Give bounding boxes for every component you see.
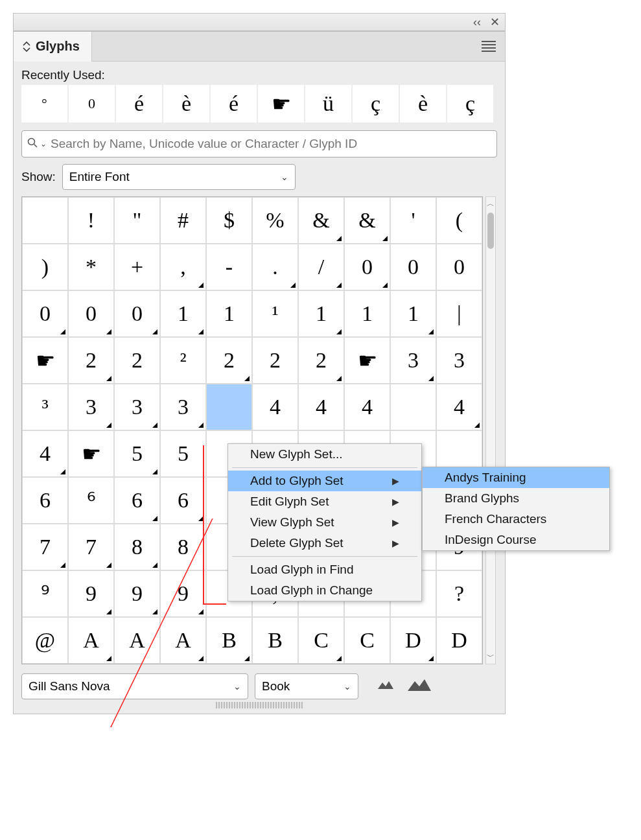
menu-item[interactable]: Delete Glyph Set▶ [228,533,421,554]
recent-glyph[interactable]: ü [305,85,351,122]
glyph-cell[interactable] [22,197,68,244]
glyph-cell[interactable]: ☛ [68,430,114,477]
glyph-cell[interactable]: 0 [22,290,68,337]
menu-item[interactable]: New Glyph Set... [228,444,421,465]
glyph-cell[interactable]: 5 [160,430,206,477]
glyph-cell[interactable]: 9 [160,570,206,617]
context-menu[interactable]: New Glyph Set...Add to Glyph Set▶Edit Gl… [227,443,422,601]
recent-glyph[interactable]: è [400,85,446,122]
recent-glyph[interactable]: ° [21,85,67,122]
glyph-cell[interactable]: 4 [436,384,482,430]
glyph-cell[interactable]: " [114,197,160,244]
glyph-cell[interactable]: * [68,244,114,290]
glyph-cell[interactable]: ! [68,197,114,244]
glyph-cell[interactable]: B [206,617,252,664]
glyph-cell[interactable]: 2 [252,337,298,384]
search-input[interactable] [49,136,491,152]
collapse-icon[interactable]: ‹‹ [473,16,481,28]
glyph-cell[interactable]: 1 [344,290,390,337]
glyph-cell[interactable]: 8 [114,524,160,570]
scroll-down-icon[interactable]: ﹀ [487,651,495,662]
search-field[interactable]: ⌄ [21,130,497,158]
close-icon[interactable]: ✕ [490,16,500,28]
glyph-cell[interactable]: 6 [114,477,160,524]
glyph-cell[interactable]: 2 [114,337,160,384]
menu-item[interactable]: Edit Glyph Set▶ [228,491,421,512]
glyph-cell[interactable]: 2 [68,337,114,384]
glyph-cell[interactable]: 4 [252,384,298,430]
glyph-cell[interactable]: ☛ [344,337,390,384]
glyph-cell[interactable]: ¹ [252,290,298,337]
scroll-up-icon[interactable]: ︿ [487,198,495,209]
glyph-cell[interactable]: 6 [22,477,68,524]
glyph-cell[interactable]: 3 [68,384,114,430]
chevron-down-icon[interactable]: ⌄ [40,139,47,148]
glyph-cell[interactable] [206,384,252,430]
submenu-item[interactable]: French Characters [423,509,609,530]
recent-glyph[interactable]: é [116,85,162,122]
glyph-cell[interactable]: , [160,244,206,290]
glyph-cell[interactable]: 7 [22,524,68,570]
glyph-cell[interactable]: ( [436,197,482,244]
glyph-cell[interactable]: @ [22,617,68,664]
glyph-cell[interactable]: A [160,617,206,664]
glyph-cell[interactable]: 4 [298,384,344,430]
recent-glyph[interactable]: ç [447,85,493,122]
font-select[interactable]: Gill Sans Nova ⌄ [21,673,248,699]
glyph-cell[interactable]: $ [206,197,252,244]
glyph-cell[interactable]: 8 [160,524,206,570]
glyph-cell[interactable]: ? [436,570,482,617]
recent-glyph[interactable]: é [211,85,257,122]
glyph-cell[interactable]: 2 [298,337,344,384]
recent-glyph[interactable]: è [163,85,209,122]
glyph-cell[interactable] [390,384,436,430]
glyph-cell[interactable]: 3 [390,337,436,384]
glyph-cell[interactable]: 9 [68,570,114,617]
glyph-cell[interactable]: B [252,617,298,664]
recent-glyph[interactable]: ç [353,85,399,122]
glyph-cell[interactable]: 7 [68,524,114,570]
glyph-cell[interactable]: 6 [160,477,206,524]
glyph-cell[interactable]: % [252,197,298,244]
glyph-cell[interactable]: ⁶ [68,477,114,524]
glyph-cell[interactable]: D [390,617,436,664]
glyph-cell[interactable]: 1 [206,290,252,337]
show-select[interactable]: Entire Font ⌄ [62,164,296,190]
glyph-cell[interactable]: & [344,197,390,244]
glyph-cell[interactable]: . [252,244,298,290]
glyph-cell[interactable]: 0 [68,290,114,337]
glyph-cell[interactable]: ☛ [22,337,68,384]
glyph-cell[interactable]: & [298,197,344,244]
glyph-cell[interactable]: 0 [390,244,436,290]
glyph-cell[interactable]: 2 [206,337,252,384]
glyph-cell[interactable]: A [114,617,160,664]
glyph-cell[interactable]: ⁹ [22,570,68,617]
glyph-cell[interactable]: ² [160,337,206,384]
glyph-cell[interactable]: - [206,244,252,290]
glyph-cell[interactable]: C [344,617,390,664]
glyph-cell[interactable]: ) [22,244,68,290]
submenu-item[interactable]: Brand Glyphs [423,488,609,509]
menu-item[interactable]: Load Glyph in Find [228,559,421,580]
glyph-cell[interactable]: ³ [22,384,68,430]
style-select[interactable]: Book ⌄ [255,673,358,699]
context-submenu[interactable]: Andys TrainingBrand GlyphsFrench Charact… [422,467,610,551]
menu-item[interactable]: Load Glyph in Change [228,580,421,601]
submenu-item[interactable]: InDesign Course [423,530,609,550]
glyph-cell[interactable]: A [68,617,114,664]
menu-item[interactable]: View Glyph Set▶ [228,512,421,533]
submenu-item[interactable]: Andys Training [423,467,609,488]
glyph-cell[interactable]: 0 [114,290,160,337]
glyph-cell[interactable]: + [114,244,160,290]
glyph-cell[interactable]: 9 [114,570,160,617]
menu-item[interactable]: Add to Glyph Set▶ [228,471,421,491]
recent-glyph[interactable]: ☛ [258,85,304,122]
scroll-thumb[interactable] [487,213,494,249]
glyph-cell[interactable]: C [298,617,344,664]
glyph-cell[interactable]: 0 [344,244,390,290]
glyph-cell[interactable]: / [298,244,344,290]
glyph-cell[interactable]: 3 [436,337,482,384]
glyph-cell[interactable]: 4 [344,384,390,430]
glyph-cell[interactable]: 1 [160,290,206,337]
glyph-cell[interactable]: D [436,617,482,664]
